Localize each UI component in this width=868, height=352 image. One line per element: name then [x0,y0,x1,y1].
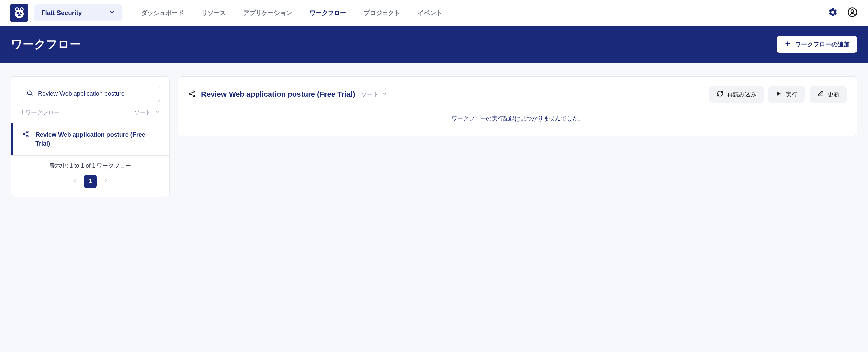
svg-line-20 [25,134,27,136]
svg-point-6 [20,12,22,14]
svg-line-25 [191,94,193,95]
share-icon [188,90,196,99]
pager-block: 表示中: 1 to 1 of 1 ワークフロー 1 [11,155,169,197]
svg-point-7 [18,12,18,13]
org-name: Flatt Security [41,9,82,17]
search-field[interactable] [21,86,160,102]
empty-message: ワークフローの実行記録は見つかりませんでした。 [188,115,847,123]
content-area: 1 ワークフロー ソート Review Web application post… [0,63,868,211]
update-button[interactable]: 更新 [810,86,847,103]
chevron-down-icon [154,109,160,116]
pager: 1 [72,175,109,188]
nav-projects[interactable]: プロジェクト [364,9,400,17]
svg-point-11 [851,10,854,13]
account-icon [847,7,858,19]
sidebar-sort-trigger[interactable]: ソート [134,109,160,116]
chevron-down-icon [109,9,115,17]
top-bar: Flatt Security ダッシュボード リソース アプリケーション ワーク… [0,0,868,26]
update-label: 更新 [828,91,839,98]
add-workflow-label: ワークフローの追加 [795,40,850,48]
svg-point-4 [15,10,24,18]
plus-icon [784,40,791,49]
svg-line-15 [31,94,32,96]
svg-point-8 [21,12,22,13]
detail-action-row: 再読み込み 実行 更新 [709,86,847,103]
list-meta: 1 ワークフロー ソート [11,105,169,123]
nav-dashboard[interactable]: ダッシュボード [141,9,184,17]
workflow-list-panel: 1 ワークフロー ソート Review Web application post… [11,76,170,197]
account-button[interactable] [847,7,858,18]
svg-point-5 [17,12,19,14]
gear-icon [828,7,838,18]
workflow-list-item[interactable]: Review Web application posture (Free Tri… [11,123,169,155]
sidebar-sort-label: ソート [134,109,151,116]
chevron-left-icon [72,179,78,185]
main-nav: ダッシュボード リソース アプリケーション ワークフロー プロジェクト イベント [141,9,442,17]
pager-prev[interactable] [72,178,78,185]
search-wrap [11,77,169,105]
workflow-detail-panel: Review Web application posture (Free Tri… [178,76,857,136]
nav-events[interactable]: イベント [418,9,442,17]
reload-button[interactable]: 再読み込み [709,86,764,103]
page-title: ワークフロー [11,37,81,52]
detail-title: Review Web application posture (Free Tri… [201,90,355,99]
chevron-down-icon [382,91,387,98]
svg-line-19 [25,132,27,134]
share-icon [22,130,29,139]
org-selector[interactable]: Flatt Security [34,4,122,21]
run-label: 実行 [786,91,797,98]
workflow-count: 1 ワークフロー [21,109,60,116]
nav-workflows[interactable]: ワークフロー [310,9,346,17]
detail-title-wrap: Review Web application posture (Free Tri… [188,90,355,99]
svg-point-9 [18,14,21,16]
workflow-item-label: Review Web application posture (Free Tri… [35,130,160,148]
svg-line-24 [191,92,193,93]
detail-sort-label: ソート [361,91,379,98]
nav-applications[interactable]: アプリケーション [243,9,292,17]
pager-current-page[interactable]: 1 [84,175,97,188]
nav-resources[interactable]: リソース [201,9,226,17]
page-header: ワークフロー ワークフローの追加 [0,26,868,63]
topbar-right [827,7,858,18]
pencil-icon [817,90,824,99]
pager-next[interactable] [103,178,109,185]
search-icon [26,90,33,98]
chevron-right-icon [103,179,109,185]
search-input[interactable] [38,90,154,97]
reload-label: 再読み込み [727,91,756,98]
detail-header: Review Web application posture (Free Tri… [188,86,847,103]
add-workflow-button[interactable]: ワークフローの追加 [777,36,857,53]
app-logo[interactable] [10,4,28,22]
detail-sort-trigger[interactable]: ソート [361,91,387,98]
play-icon [776,91,782,98]
svg-marker-26 [777,92,781,96]
refresh-icon [717,90,723,99]
run-button[interactable]: 実行 [768,86,805,103]
settings-button[interactable] [827,7,838,18]
pager-showing-text: 表示中: 1 to 1 of 1 ワークフロー [18,162,163,170]
